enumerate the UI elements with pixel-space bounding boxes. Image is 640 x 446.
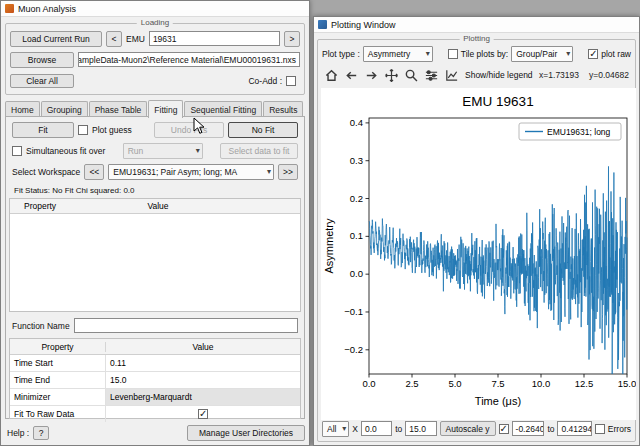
simultaneous-fit-label: Simultaneous fit over <box>26 146 105 156</box>
undo-fits-button[interactable]: Undo Fits <box>154 122 224 138</box>
help-button[interactable]: ? <box>33 426 49 440</box>
plot-window-title: Plotting Window <box>331 20 396 30</box>
tile-plots-checkbox[interactable] <box>448 49 458 59</box>
loading-groupbox: Loading Load Current Run < EMU 19631 > B… <box>5 23 305 95</box>
y-tick-label: 0.3 <box>350 155 363 166</box>
y-max-field[interactable]: 0.41294 <box>557 421 591 436</box>
settings-row-minimizer: Minimizer Levenberg-Marquardt <box>10 389 300 406</box>
file-path-field[interactable]: Mantid Docs\SampleData-Muon2\Reference M… <box>78 52 300 67</box>
y-tick-label: 0.0 <box>350 268 363 279</box>
next-run-button[interactable]: > <box>284 31 300 47</box>
simultaneous-run-combo[interactable]: Run <box>123 143 203 159</box>
function-name-field[interactable] <box>74 318 298 333</box>
setting-property: Time End <box>10 372 106 388</box>
x-tick-label: 2.5 <box>405 378 418 389</box>
home-icon[interactable] <box>322 67 340 84</box>
y-to-label: to <box>547 424 554 434</box>
fit-to-raw-cell <box>106 406 300 422</box>
subplots-icon[interactable] <box>422 67 440 84</box>
legend-entry-label: EMU19631; long <box>547 127 611 137</box>
settings-row-time-end: Time End 15.0 <box>10 372 300 389</box>
x-range-label: X <box>352 424 358 434</box>
autoscale-y-checkbox[interactable] <box>499 424 509 434</box>
plotting-group-label: Plotting <box>459 34 494 43</box>
tab-home[interactable]: Home <box>5 101 40 117</box>
function-name-label: Function Name <box>12 321 70 331</box>
coadd-checkbox[interactable] <box>286 76 296 86</box>
plot-type-combo[interactable]: Asymmetry <box>363 46 433 62</box>
errors-checkbox[interactable] <box>595 424 605 434</box>
setting-property: Time Start <box>10 355 106 371</box>
loading-group-label: Loading <box>137 18 173 27</box>
x-min-field[interactable]: 0.0 <box>361 421 392 436</box>
time-end-value-field[interactable]: 15.0 <box>106 372 300 388</box>
manage-user-directories-button[interactable]: Manage User Directories <box>187 425 305 441</box>
errors-label: Errors <box>608 424 631 434</box>
y-tick-label: −0.2 <box>344 344 363 355</box>
time-start-value-field[interactable]: 0.11 <box>106 355 300 371</box>
minimizer-combo[interactable]: Levenberg-Marquardt <box>106 389 300 405</box>
back-icon[interactable] <box>342 67 360 84</box>
tab-results[interactable]: Results <box>263 101 303 117</box>
fit-button[interactable]: Fit <box>12 122 74 138</box>
load-current-run-button[interactable]: Load Current Run <box>10 31 102 47</box>
settings-header-value: Value <box>106 342 300 352</box>
tab-sequential-fitting[interactable]: Sequential Fitting <box>184 101 262 117</box>
fit-settings-table: Property Value Time Start 0.11 Time End … <box>9 338 301 419</box>
workspace-prev-button[interactable]: << <box>84 164 104 180</box>
plot-guess-label: Plot guess <box>92 125 132 135</box>
plot-app-icon <box>318 20 327 29</box>
fit-parameter-table[interactable]: Property Value <box>9 198 301 312</box>
y-tick-label: 0.1 <box>350 230 363 241</box>
zoom-icon[interactable] <box>402 67 420 84</box>
x-tick-label: 7.5 <box>491 378 504 389</box>
customize-plot-icon[interactable] <box>442 67 460 84</box>
chart-title: EMU 19631 <box>462 94 533 109</box>
setting-property: Minimizer <box>10 389 106 405</box>
y-axis-label: Asymmetry <box>323 218 335 274</box>
cursor-coordinates: x=1.73193 y=0.04682 <box>539 70 629 80</box>
muon-titlebar[interactable]: Muon Analysis <box>1 1 309 17</box>
window-title: Muon Analysis <box>18 4 76 14</box>
x-tick-label: 15.0 <box>618 378 636 389</box>
run-number-field[interactable]: 19631 <box>149 31 280 46</box>
no-fit-button[interactable]: No Fit <box>228 122 298 138</box>
tile-by-combo[interactable]: Group/Pair <box>511 46 573 62</box>
fit-to-raw-checkbox[interactable] <box>198 409 208 419</box>
x-max-field[interactable]: 15.0 <box>405 421 436 436</box>
autoscale-y-button[interactable]: Autoscale y <box>440 421 496 436</box>
tab-phase-table[interactable]: Phase Table <box>89 101 148 117</box>
range-scope-combo[interactable]: All <box>322 421 349 437</box>
workspace-next-button[interactable]: >> <box>278 164 298 180</box>
x-axis-label: Time (μs) <box>475 395 521 407</box>
browse-button[interactable]: Browse <box>10 52 74 68</box>
param-table-header-property: Property <box>10 201 143 211</box>
plot-raw-checkbox[interactable] <box>588 49 598 59</box>
x-tick-label: 0.0 <box>362 378 375 389</box>
plot-titlebar[interactable]: Plotting Window <box>314 17 639 33</box>
previous-run-button[interactable]: < <box>106 31 122 47</box>
forward-icon[interactable] <box>362 67 380 84</box>
select-data-to-fit-button[interactable]: Select data to fit <box>220 143 298 159</box>
clear-all-button[interactable]: Clear All <box>10 74 74 88</box>
settings-row-fit-to-raw: Fit To Raw Data <box>10 406 300 422</box>
plotting-window: Plotting Window Plotting Plot type : Asy… <box>313 16 640 446</box>
coadd-label: Co-Add : <box>248 76 282 86</box>
tab-grouping[interactable]: Grouping <box>41 101 88 117</box>
y-tick-label: 0.4 <box>350 117 363 128</box>
plot-figure[interactable]: 0.02.55.07.510.012.515.0−0.2−0.10.00.10.… <box>321 88 636 420</box>
tab-fitting[interactable]: Fitting <box>148 100 183 118</box>
workspace-combo[interactable]: EMU19631; Pair Asym; long; MA <box>108 164 274 180</box>
setting-property: Fit To Raw Data <box>10 406 106 422</box>
plot-guess-checkbox[interactable] <box>78 125 88 135</box>
settings-header-property: Property <box>10 342 106 352</box>
main-tabs: Home Grouping Phase Table Fitting Sequen… <box>5 100 303 117</box>
x-tick-label: 5.0 <box>448 378 461 389</box>
select-workspace-label: Select Workspace <box>12 167 80 177</box>
show-hide-legend-button[interactable]: Show/hide legend <box>465 70 533 80</box>
pan-icon[interactable] <box>382 67 400 84</box>
simultaneous-fit-checkbox[interactable] <box>12 146 22 156</box>
y-min-field[interactable]: -0.2640 <box>512 421 545 436</box>
tile-plots-label: Tile plots by: <box>461 49 508 59</box>
plotting-groupbox: Plotting Plot type : Asymmetry Tile plot… <box>317 39 636 442</box>
